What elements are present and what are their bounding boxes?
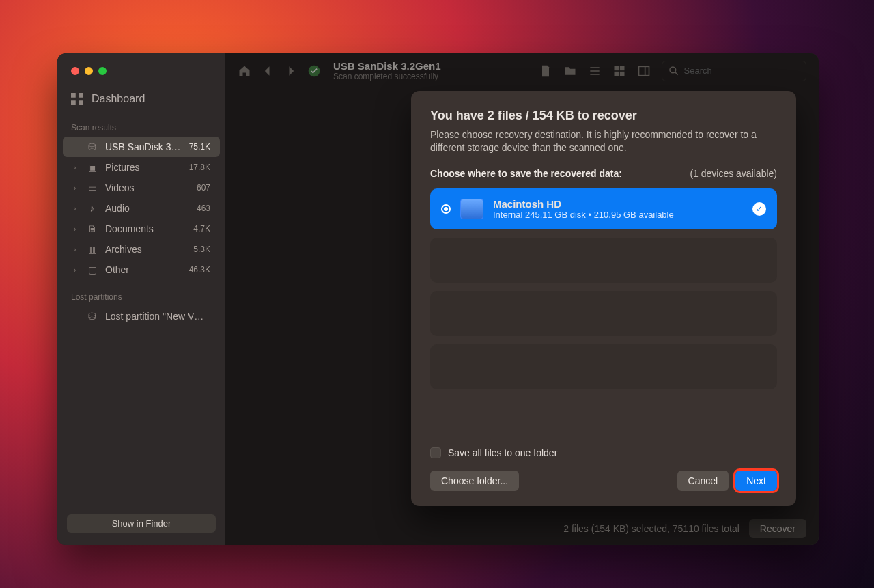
video-icon: ▭	[86, 182, 98, 193]
sidebar-item-label: Lost partition "New V…	[105, 311, 210, 322]
save-all-label: Save all files to one folder	[448, 447, 557, 458]
svg-rect-3	[79, 100, 83, 105]
sidebar-item-videos[interactable]: › ▭ Videos 607	[63, 178, 220, 198]
hard-drive-icon	[460, 199, 483, 219]
audio-icon: ♪	[86, 203, 98, 214]
sidebar-item-audio[interactable]: › ♪ Audio 463	[63, 198, 220, 219]
sidebar-section-scan-results: Scan results	[57, 111, 225, 137]
sidebar-item-count: 75.1K	[189, 142, 210, 152]
destination-list: Macintosh HD Internal 245.11 GB disk • 2…	[430, 188, 777, 438]
chevron-right-icon: ›	[74, 246, 79, 253]
sidebar-item-documents[interactable]: › 🗎 Documents 4.7K	[63, 219, 220, 239]
app-window: Dashboard Scan results ⛁ USB SanDisk 3.……	[57, 53, 819, 545]
svg-rect-2	[71, 100, 76, 105]
sidebar-item-archives[interactable]: › ▥ Archives 5.3K	[63, 239, 220, 260]
sidebar-item-count: 463	[197, 204, 210, 213]
sidebar-item-label: Videos	[105, 182, 190, 193]
picture-icon: ▣	[86, 162, 98, 173]
sidebar-item-count: 607	[197, 183, 210, 193]
sidebar-item-count: 4.7K	[193, 224, 210, 234]
destination-item[interactable]: Macintosh HD Internal 245.11 GB disk • 2…	[430, 188, 777, 229]
destination-detail: Internal 245.11 GB disk • 210.95 GB avai…	[493, 210, 674, 220]
sidebar-item-label: Audio	[105, 203, 190, 214]
chevron-right-icon: ›	[74, 266, 79, 274]
sidebar-item-label: Pictures	[105, 162, 182, 173]
sidebar-dashboard[interactable]: Dashboard	[57, 87, 225, 111]
archive-icon: ▥	[86, 244, 98, 255]
sidebar-dashboard-label: Dashboard	[91, 93, 145, 105]
radio-selected-icon	[441, 204, 451, 214]
grid-icon	[71, 93, 83, 105]
document-icon: 🗎	[86, 223, 98, 234]
sidebar-item-count: 46.3K	[189, 265, 210, 275]
svg-rect-1	[79, 93, 83, 98]
window-controls	[57, 57, 225, 87]
sidebar-item-count: 17.8K	[189, 163, 210, 172]
save-all-checkbox-row[interactable]: Save all files to one folder	[430, 447, 777, 458]
destination-name: Macintosh HD	[493, 198, 674, 210]
sidebar-item-label: Other	[105, 264, 182, 275]
chevron-right-icon: ›	[74, 164, 79, 171]
sidebar-item-count: 5.3K	[193, 244, 210, 254]
sidebar: Dashboard Scan results ⛁ USB SanDisk 3.……	[57, 53, 225, 545]
sidebar-item-label: USB SanDisk 3.…	[105, 141, 182, 152]
next-button[interactable]: Next	[735, 471, 777, 491]
recovery-destination-modal: You have 2 files / 154 KB to recover Ple…	[411, 91, 796, 506]
minimize-window-icon[interactable]	[85, 67, 93, 75]
sidebar-item-label: Documents	[105, 223, 186, 234]
drive-icon: ⛁	[86, 141, 98, 152]
other-icon: ▢	[86, 264, 98, 275]
chevron-right-icon: ›	[74, 225, 79, 233]
close-window-icon[interactable]	[71, 67, 79, 75]
sidebar-item-drive[interactable]: ⛁ USB SanDisk 3.… 75.1K	[63, 137, 220, 157]
choose-folder-button[interactable]: Choose folder...	[430, 471, 519, 491]
sidebar-item-lost-partition[interactable]: ⛁ Lost partition "New V…	[63, 306, 220, 326]
chevron-right-icon: ›	[74, 205, 79, 212]
sidebar-section-lost-partitions: Lost partitions	[57, 280, 225, 306]
devices-available: (1 devices available)	[690, 168, 777, 179]
drive-icon: ⛁	[86, 311, 98, 322]
destination-placeholder	[430, 238, 777, 283]
checkmark-icon: ✓	[752, 202, 766, 216]
destination-placeholder	[430, 291, 777, 336]
chevron-right-icon: ›	[74, 184, 79, 192]
main-area: USB SanDisk 3.2Gen1 Scan completed succe…	[225, 53, 819, 545]
sidebar-item-label: Archives	[105, 244, 186, 255]
cancel-button[interactable]: Cancel	[677, 471, 729, 491]
maximize-window-icon[interactable]	[98, 67, 107, 75]
checkbox-icon[interactable]	[430, 447, 441, 458]
choose-label: Choose where to save the recovered data:	[430, 168, 622, 179]
sidebar-item-other[interactable]: › ▢ Other 46.3K	[63, 260, 220, 280]
destination-placeholder	[430, 344, 777, 389]
modal-title: You have 2 files / 154 KB to recover	[430, 109, 777, 123]
show-in-finder-button[interactable]: Show in Finder	[67, 514, 216, 533]
modal-description: Please choose recovery destination. It i…	[430, 128, 777, 154]
sidebar-item-pictures[interactable]: › ▣ Pictures 17.8K	[63, 157, 220, 178]
svg-rect-0	[71, 93, 76, 98]
